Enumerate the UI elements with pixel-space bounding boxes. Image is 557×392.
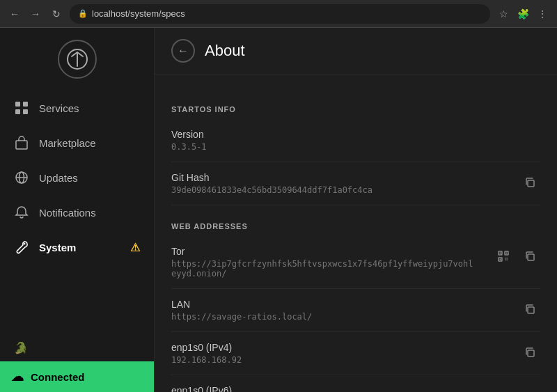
version-value: 0.3.5-1 bbox=[171, 142, 207, 152]
tor-label: Tor bbox=[171, 246, 478, 257]
sidebar-logo bbox=[0, 28, 154, 91]
ipv6-content: enp1s0 (IPv6) n/a bbox=[171, 385, 232, 392]
sidebar-emoji: 🐊 bbox=[0, 334, 154, 361]
svg-rect-20 bbox=[507, 260, 508, 261]
refresh-button[interactable]: ↻ bbox=[49, 6, 64, 22]
ipv4-value: 192.168.168.92 bbox=[171, 355, 242, 365]
svg-rect-3 bbox=[15, 109, 20, 114]
version-label: Version bbox=[171, 129, 207, 140]
svg-rect-1 bbox=[15, 102, 20, 107]
git-hash-row: Git Hash 39de098461833e4c56bd3509644ddf7… bbox=[171, 162, 540, 205]
browser-chrome: ← → ↻ 🔒 localhost/system/specs ☆ 🧩 ⋮ bbox=[0, 0, 557, 28]
sidebar-item-updates[interactable]: Updates bbox=[0, 160, 154, 195]
startos-info-section: STARTOS INFO bbox=[171, 105, 540, 113]
svg-rect-22 bbox=[528, 307, 534, 313]
svg-rect-21 bbox=[528, 254, 534, 260]
lan-actions bbox=[519, 299, 540, 320]
ipv4-label: enp1s0 (IPv4) bbox=[171, 342, 242, 353]
main-content: ← About STARTOS INFO Version 0.3.5-1 Git… bbox=[155, 28, 557, 392]
url-text: localhost/system/specs bbox=[92, 8, 185, 19]
ipv6-row: enp1s0 (IPv6) n/a bbox=[171, 375, 540, 392]
lan-content: LAN https://savage-ratios.local/ bbox=[171, 299, 312, 322]
svg-rect-5 bbox=[16, 141, 27, 149]
marketplace-label: Marketplace bbox=[39, 137, 140, 149]
lan-label: LAN bbox=[171, 299, 312, 310]
git-hash-value: 39de098461833e4c56bd3509644ddf7f1a0fc4ca bbox=[171, 185, 372, 195]
sidebar-nav: Services Marketplace bbox=[0, 91, 154, 334]
ipv4-row: enp1s0 (IPv4) 192.168.168.92 bbox=[171, 332, 540, 375]
tor-value: https://3ip7gfcrfzynhfsk5hftvspxwcs1x7fs… bbox=[171, 259, 478, 279]
lock-icon: 🔒 bbox=[78, 9, 88, 18]
copy-tor-button[interactable] bbox=[519, 246, 540, 267]
web-addresses-title: WEB ADDRESSES bbox=[171, 222, 540, 230]
git-hash-label: Git Hash bbox=[171, 172, 372, 183]
connected-status[interactable]: ☁ Connected bbox=[0, 361, 154, 392]
tor-content: Tor https://3ip7gfcrfzynhfsk5hftvspxwcs1… bbox=[171, 246, 478, 279]
updates-label: Updates bbox=[39, 172, 140, 184]
copy-git-hash-button[interactable] bbox=[519, 172, 540, 193]
notifications-label: Notifications bbox=[39, 207, 140, 219]
page-title: About bbox=[205, 42, 245, 60]
grid-icon bbox=[14, 100, 29, 116]
sidebar-item-notifications[interactable]: Notifications bbox=[0, 195, 154, 230]
wrench-icon bbox=[14, 240, 29, 255]
bookmark-button[interactable]: ☆ bbox=[496, 6, 511, 22]
back-button[interactable]: ← bbox=[171, 39, 195, 63]
sidebar: Services Marketplace bbox=[0, 28, 155, 392]
git-hash-actions bbox=[519, 172, 540, 193]
tor-row: Tor https://3ip7gfcrfzynhfsk5hftvspxwcs1… bbox=[171, 236, 540, 289]
url-bar[interactable]: 🔒 localhost/system/specs bbox=[70, 4, 490, 24]
sidebar-item-system[interactable]: System ⚠ bbox=[0, 230, 154, 265]
svg-rect-10 bbox=[528, 180, 534, 187]
page-header: ← About bbox=[155, 28, 557, 75]
qr-tor-button[interactable] bbox=[493, 246, 514, 267]
shop-icon bbox=[14, 135, 29, 150]
ipv4-actions bbox=[519, 342, 540, 363]
svg-rect-17 bbox=[505, 258, 506, 259]
git-hash-content: Git Hash 39de098461833e4c56bd3509644ddf7… bbox=[171, 172, 372, 195]
svg-rect-19 bbox=[505, 260, 506, 261]
version-content: Version 0.3.5-1 bbox=[171, 129, 207, 152]
svg-rect-4 bbox=[23, 109, 28, 114]
svg-rect-18 bbox=[507, 258, 508, 259]
lan-row: LAN https://savage-ratios.local/ bbox=[171, 289, 540, 332]
svg-rect-15 bbox=[506, 253, 508, 254]
extensions-button[interactable]: 🧩 bbox=[515, 6, 531, 22]
services-label: Services bbox=[39, 102, 140, 114]
ipv6-label: enp1s0 (IPv6) bbox=[171, 385, 232, 392]
web-addresses-section: WEB ADDRESSES bbox=[171, 222, 540, 230]
svg-rect-14 bbox=[500, 253, 501, 254]
tor-actions bbox=[493, 246, 540, 267]
content-body: STARTOS INFO Version 0.3.5-1 Git Hash 39… bbox=[155, 75, 557, 392]
version-row: Version 0.3.5-1 bbox=[171, 119, 540, 162]
copy-lan-button[interactable] bbox=[519, 299, 540, 320]
ipv4-content: enp1s0 (IPv4) 192.168.168.92 bbox=[171, 342, 242, 365]
svg-point-9 bbox=[24, 243, 26, 245]
cloud-icon: ☁ bbox=[11, 369, 24, 384]
sidebar-item-services[interactable]: Services bbox=[0, 91, 154, 125]
back-nav-button[interactable]: ← bbox=[7, 6, 22, 22]
lan-value: https://savage-ratios.local/ bbox=[171, 312, 312, 322]
system-label: System bbox=[39, 242, 120, 253]
copy-ipv4-button[interactable] bbox=[519, 342, 540, 363]
menu-button[interactable]: ⋮ bbox=[535, 6, 550, 22]
sidebar-item-marketplace[interactable]: Marketplace bbox=[0, 125, 154, 160]
globe-icon bbox=[14, 170, 29, 185]
svg-rect-16 bbox=[500, 259, 501, 260]
connected-label: Connected bbox=[31, 371, 85, 383]
bell-icon bbox=[14, 205, 29, 220]
svg-rect-23 bbox=[528, 350, 534, 356]
forward-nav-button[interactable]: → bbox=[28, 6, 43, 22]
warning-icon: ⚠ bbox=[130, 241, 140, 254]
svg-rect-2 bbox=[23, 102, 28, 107]
app-container: Services Marketplace bbox=[0, 28, 557, 392]
startos-info-title: STARTOS INFO bbox=[171, 105, 540, 113]
logo-icon bbox=[58, 40, 97, 79]
